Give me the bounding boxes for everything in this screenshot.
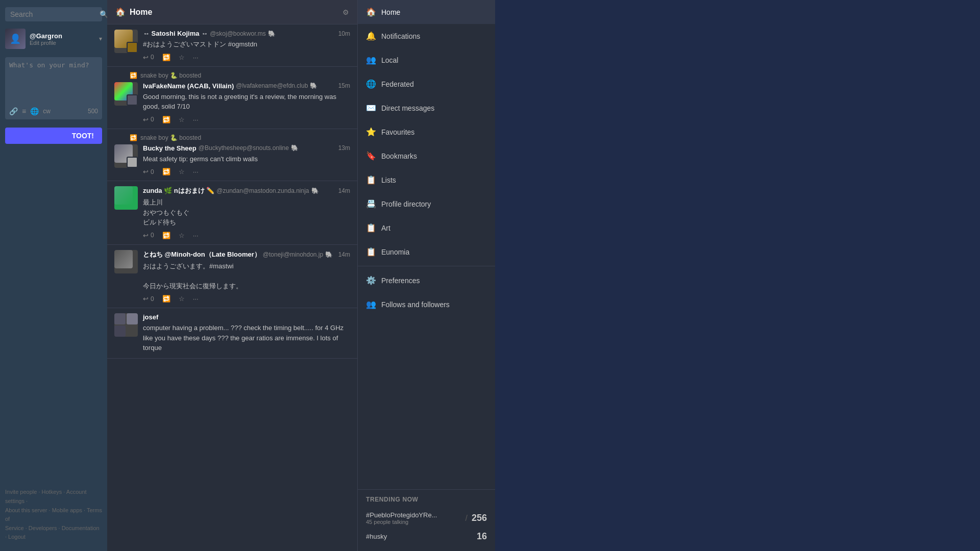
- nav-item-notifications[interactable]: 🔔 Notifications: [358, 24, 495, 48]
- compose-textarea[interactable]: [9, 61, 98, 102]
- fav-action[interactable]: ☆: [179, 168, 185, 176]
- reply-action[interactable]: ↩ 0: [143, 116, 154, 123]
- post-name: とねち @Minoh-don（Late Bloomer）: [143, 250, 261, 259]
- reply-icon: ↩: [143, 116, 149, 123]
- boost-action[interactable]: 🔁: [162, 116, 170, 123]
- post-avatar: [114, 250, 138, 273]
- post-name: Bucky the Sheep: [143, 144, 197, 152]
- boost-action[interactable]: 🔁: [162, 168, 170, 176]
- account-handle: @Gargron: [30, 32, 95, 40]
- post-avatar-small: [127, 157, 138, 168]
- extra-space: [495, 0, 980, 551]
- boost-action[interactable]: 🔁: [162, 295, 170, 303]
- nav-item-federated[interactable]: 🌐 Federated: [358, 72, 495, 96]
- search-box[interactable]: 🔍: [5, 7, 102, 21]
- nav-art-label: Art: [381, 224, 390, 232]
- trending-tag: #PuebloProtegidoYRe...: [366, 511, 461, 519]
- post-handle: @Buckythesheep@snouts.online: [199, 144, 289, 152]
- nav-item-home[interactable]: 🏠 Home: [358, 0, 495, 24]
- account-section[interactable]: 👤 @Gargron Edit profile ▾: [0, 24, 107, 53]
- nav-item-direct-messages[interactable]: ✉️ Direct messages: [358, 96, 495, 120]
- nav-item-favourites[interactable]: ⭐ Favourites: [358, 120, 495, 144]
- toot-button[interactable]: TOOT!: [5, 128, 102, 144]
- feed-header: 🏠 Home ⚙: [107, 0, 357, 24]
- reply-action[interactable]: ↩ 0: [143, 54, 154, 61]
- account-edit-label: Edit profile: [30, 40, 95, 46]
- nav-preferences-label: Preferences: [381, 277, 420, 285]
- avatar-image: 👤: [5, 29, 26, 49]
- boost-icon: 🔁: [162, 54, 170, 61]
- nav-item-profile-directory[interactable]: 📇 Profile directory: [358, 192, 495, 216]
- reply-action[interactable]: ↩ 0: [143, 232, 154, 239]
- post-meta: zunda 🌿 nはおまけ ✏️ @zundan@mastodon.zunda.…: [143, 186, 350, 195]
- more-action[interactable]: ···: [193, 168, 199, 176]
- post-avatar: [114, 144, 138, 168]
- post-text: computer having a problem... ??? check t…: [143, 323, 350, 353]
- fav-action[interactable]: ☆: [179, 232, 185, 239]
- nav-item-eunomia[interactable]: 📋 Eunomia: [358, 240, 495, 264]
- more-action[interactable]: ···: [193, 295, 199, 303]
- globe-icon[interactable]: 🌐: [30, 107, 39, 115]
- boost-action[interactable]: 🔁: [162, 54, 170, 61]
- post-time: 13m: [338, 144, 350, 152]
- post-name: josef: [143, 313, 158, 321]
- post-meta: IvaFakeName (ACAB, Villain) @lvafakename…: [143, 82, 350, 90]
- nav-item-art[interactable]: 📋 Art: [358, 216, 495, 240]
- nav-favourites-label: Favourites: [381, 128, 414, 136]
- star-icon: ☆: [179, 116, 185, 123]
- trending-item[interactable]: #husky 16: [366, 528, 487, 545]
- local-icon: 👥: [366, 55, 376, 65]
- list-icon[interactable]: ≡: [22, 107, 26, 115]
- boost-action[interactable]: 🔁: [162, 232, 170, 239]
- nav-item-preferences[interactable]: ⚙️ Preferences: [358, 268, 495, 292]
- post-handle: @zundan@mastodon.zunda.ninja: [216, 187, 309, 194]
- feed-settings-icon[interactable]: ⚙: [342, 8, 349, 16]
- more-action[interactable]: ···: [193, 116, 199, 123]
- boost-icon: 🔁: [162, 168, 170, 176]
- post-avatar-multi: [114, 313, 126, 324]
- post-name: IvaFakeName (ACAB, Villain): [143, 82, 234, 90]
- reply-icon: ↩: [143, 54, 149, 61]
- nav-item-local[interactable]: 👥 Local: [358, 48, 495, 72]
- bookmarks-icon: 🔖: [366, 151, 376, 161]
- boost-line: 🔁 snake boy 🐍 boosted: [114, 72, 350, 79]
- post-time: 14m: [338, 187, 350, 194]
- nav-item-bookmarks[interactable]: 🔖 Bookmarks: [358, 144, 495, 168]
- post-handle: @lvafakename@efdn.club: [236, 82, 308, 89]
- more-action[interactable]: ···: [193, 54, 199, 61]
- post-item: josef computer having a problem... ??? c…: [107, 308, 357, 359]
- follows-icon: 👥: [366, 299, 376, 309]
- nav-direct-label: Direct messages: [381, 104, 434, 112]
- trending-item[interactable]: #PuebloProtegidoYRe... 45 people talking…: [366, 508, 487, 528]
- fav-action[interactable]: ☆: [179, 116, 185, 123]
- reply-action[interactable]: ↩ 0: [143, 168, 154, 176]
- post-header: IvaFakeName (ACAB, Villain) @lvafakename…: [114, 82, 350, 123]
- post-actions: ↩ 0 🔁 ☆ ···: [143, 295, 350, 303]
- star-icon: ☆: [179, 295, 185, 303]
- nav-profile-dir-label: Profile directory: [381, 200, 431, 208]
- feed-title: Home: [130, 8, 342, 17]
- post-item: ↔ Satoshi Kojima ↔ @skoj@bookwor.ms 🐘 10…: [107, 24, 357, 67]
- post-content: とねち @Minoh-don（Late Bloomer） @toneji@min…: [143, 250, 350, 303]
- trending-sub: 45 people talking: [366, 519, 461, 525]
- trending-tag: #husky: [366, 533, 477, 540]
- cw-button[interactable]: cw: [43, 108, 51, 115]
- mastodon-icon: 🐘: [291, 144, 299, 152]
- fav-action[interactable]: ☆: [179, 54, 185, 61]
- attach-icon[interactable]: 🔗: [9, 107, 18, 115]
- more-icon: ···: [193, 232, 199, 239]
- fav-action[interactable]: ☆: [179, 295, 185, 303]
- footer-links: Invite people · Hotkeys · Account settin…: [0, 483, 107, 547]
- nav-item-follows[interactable]: 👥 Follows and followers: [358, 292, 495, 316]
- nav-item-lists[interactable]: 📋 Lists: [358, 168, 495, 192]
- booster-name: snake boy 🐍 boosted: [140, 134, 201, 141]
- home-nav-icon: 🏠: [115, 7, 126, 17]
- post-text: 最上川おやつもぐもぐビルド待ち: [143, 197, 350, 228]
- post-content: IvaFakeName (ACAB, Villain) @lvafakename…: [143, 82, 350, 123]
- trending-section: TRENDING NOW #PuebloProtegidoYRe... 45 p…: [358, 489, 495, 551]
- reply-action[interactable]: ↩ 0: [143, 295, 154, 303]
- more-action[interactable]: ···: [193, 232, 199, 239]
- search-input[interactable]: [10, 10, 100, 18]
- boost-indicator-icon: 🔁: [130, 134, 137, 141]
- post-avatar-multi: [114, 325, 126, 337]
